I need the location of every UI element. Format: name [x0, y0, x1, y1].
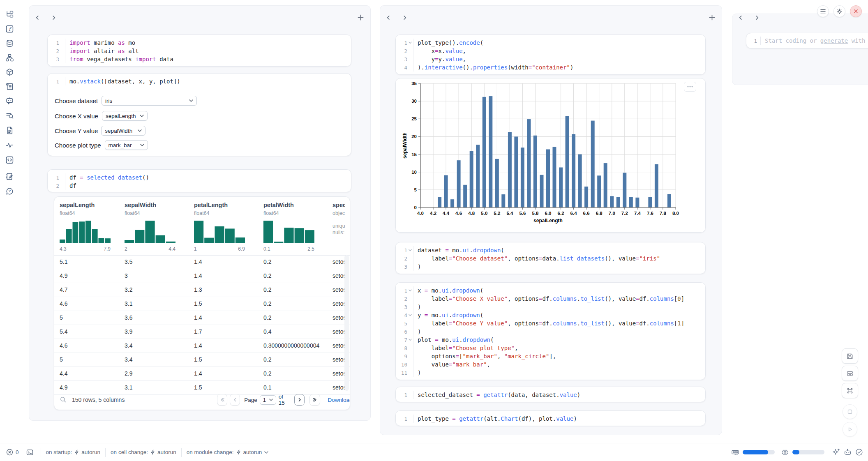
database-icon[interactable]	[6, 39, 14, 47]
code-line: 1dataset = mo.ui.dropdown(	[396, 246, 705, 254]
help-icon[interactable]: ?	[6, 187, 14, 195]
code-line: 2df	[48, 182, 351, 190]
copilot-icon[interactable]	[844, 448, 852, 456]
table-row[interactable]: 5.13.51.40.2setosa	[54, 255, 350, 269]
svg-text:4.6: 4.6	[455, 211, 462, 216]
next-page-button[interactable]	[294, 394, 305, 406]
column2-prev-arrow[interactable]	[386, 15, 392, 21]
column-histogram[interactable]	[125, 220, 175, 243]
run-button[interactable]	[843, 422, 857, 437]
code-line: 1plot_type = getattr(alt.Chart(df), plot…	[396, 415, 705, 423]
errors-indicator[interactable]: 0	[6, 449, 19, 456]
cell-df[interactable]: 1df = selected_dataset()2df	[47, 169, 351, 192]
page-of-label: of 15	[279, 394, 290, 406]
table-row[interactable]: 4.63.41.40.3000000000000004setosa	[54, 339, 350, 353]
column-histogram[interactable]	[263, 220, 314, 243]
table-scrollbar[interactable]	[344, 255, 349, 391]
y-select[interactable]: sepalWidth	[101, 126, 145, 136]
svg-text:f: f	[9, 26, 12, 32]
layout-icon	[847, 370, 853, 377]
table-row[interactable]: 4.931.40.2setosa	[54, 269, 350, 283]
file-tree-icon[interactable]	[6, 11, 14, 18]
code-line: 7plot = mo.ui.dropdown(	[396, 336, 705, 344]
table-row[interactable]: 4.63.11.50.2setosa	[54, 297, 350, 311]
stop-button[interactable]	[843, 404, 857, 419]
column1-next-arrow[interactable]	[51, 15, 58, 21]
search-icon[interactable]	[6, 112, 14, 120]
column3-next-arrow[interactable]	[754, 15, 761, 21]
lightning-icon	[74, 449, 79, 455]
download-button[interactable]: Download	[328, 397, 350, 403]
dataframe-table: sepalLengthfloat644.37.9sepalWidthfloat6…	[54, 196, 350, 410]
terminal-icon	[26, 449, 33, 456]
cell-plot-type[interactable]: 1plot_type = getattr(alt.Chart(df), plot…	[395, 410, 706, 426]
column-header[interactable]: petalWidth	[263, 202, 325, 208]
column-histogram[interactable]	[194, 220, 245, 243]
tracing-icon[interactable]	[6, 141, 14, 149]
column3-prev-arrow[interactable]	[738, 15, 744, 21]
notebook-menu-button[interactable]	[817, 5, 829, 17]
ai-sparkle-icon[interactable]	[832, 448, 840, 456]
column-header[interactable]: sepalLength	[60, 202, 121, 208]
on-cell-change-setting[interactable]: on cell change: autorun	[111, 449, 176, 455]
prev-page-button[interactable]	[230, 394, 240, 406]
page-select[interactable]: 1	[260, 395, 276, 405]
plot-type-select[interactable]: mark_bar	[105, 140, 148, 150]
table-row[interactable]: 53.61.40.2setosa	[54, 311, 350, 325]
dataset-select[interactable]: iris	[102, 96, 197, 106]
packages-icon[interactable]	[6, 68, 14, 76]
table-body: 5.13.51.40.2setosa4.931.40.2setosa4.73.2…	[54, 255, 350, 395]
function-icon[interactable]: f	[6, 25, 14, 33]
table-search-icon[interactable]	[60, 396, 67, 403]
ai-chat-icon[interactable]	[6, 97, 14, 105]
terminal-button[interactable]	[26, 449, 33, 456]
cell-vstack[interactable]: 1mo.vstack([dataset, x, y, plot]) Choose…	[47, 73, 351, 156]
table-row[interactable]: 5.43.91.70.4setosa	[54, 325, 350, 339]
chart-menu-button[interactable]	[684, 82, 696, 92]
cell-xy-plot-dropdowns[interactable]: 1x = mo.ui.dropdown(2 label="Choose X va…	[395, 282, 706, 380]
scratchpad-icon[interactable]	[6, 173, 14, 180]
connection-status-icon[interactable]	[855, 448, 863, 456]
column-header[interactable]: petalLength	[194, 202, 256, 208]
svg-text:20: 20	[411, 134, 417, 139]
column1-prev-arrow[interactable]	[35, 15, 41, 21]
cell-dataset-dropdown[interactable]: 1dataset = mo.ui.dropdown(2 label="Choos…	[395, 242, 706, 274]
table-footer: 150 rows, 5 columns Page 1 of 15 Downloa…	[54, 390, 350, 410]
bar-chart[interactable]: 051015202530354.04.24.44.64.85.05.25.45.…	[401, 79, 704, 228]
x-select[interactable]: sepalLength	[102, 111, 148, 121]
cell-empty-editor[interactable]: 1 Start coding or generate with AI	[746, 33, 868, 48]
column-header[interactable]: sepalWidth	[125, 202, 186, 208]
table-row[interactable]: 4.42.91.40.2setosa	[54, 367, 350, 381]
settings-button[interactable]	[833, 5, 845, 17]
plot-type-label: Choose plot type	[55, 142, 101, 149]
column-header[interactable]: species	[332, 202, 345, 208]
chart-output-cell: 051015202530354.04.24.44.64.85.05.25.45.…	[395, 78, 706, 233]
cell-selected-dataset[interactable]: 1selected_dataset = getattr(data, datase…	[395, 387, 706, 402]
column1-add-cell-button[interactable]	[358, 14, 364, 21]
on-module-change-setting[interactable]: on module change: autorun	[187, 449, 269, 455]
column-histogram[interactable]	[60, 220, 111, 243]
column2-add-cell-button[interactable]	[709, 14, 716, 21]
code-line: 3)	[396, 263, 705, 271]
svg-text:6.8: 6.8	[596, 211, 603, 216]
first-page-button[interactable]	[217, 394, 227, 406]
cell-encode[interactable]: 1plot_type().encode(2 x=x.value,3 y=y.va…	[395, 35, 706, 75]
cell-imports[interactable]: 1import marimo as mo2import altair as al…	[47, 35, 351, 67]
code-line: 6)	[396, 327, 705, 336]
chevron-down-icon	[269, 399, 273, 401]
on-startup-setting[interactable]: on startup: autorun	[46, 449, 101, 455]
generate-link[interactable]: generate	[820, 37, 848, 44]
shutdown-button[interactable]	[850, 5, 862, 17]
column2-next-arrow[interactable]	[402, 15, 409, 21]
table-row[interactable]: 53.41.50.2setosa	[54, 353, 350, 367]
snippets-icon[interactable]	[6, 156, 14, 164]
dependency-graph-icon[interactable]	[6, 54, 14, 62]
last-page-button[interactable]	[309, 394, 320, 406]
save-button[interactable]	[842, 348, 858, 364]
layout-button[interactable]	[842, 366, 858, 381]
command-palette-button[interactable]	[842, 383, 858, 398]
logs-icon[interactable]	[6, 83, 14, 90]
code-line: 1plot_type().encode(	[396, 39, 705, 47]
table-row[interactable]: 4.73.21.30.2setosa	[54, 283, 350, 297]
documentation-icon[interactable]	[6, 127, 14, 134]
